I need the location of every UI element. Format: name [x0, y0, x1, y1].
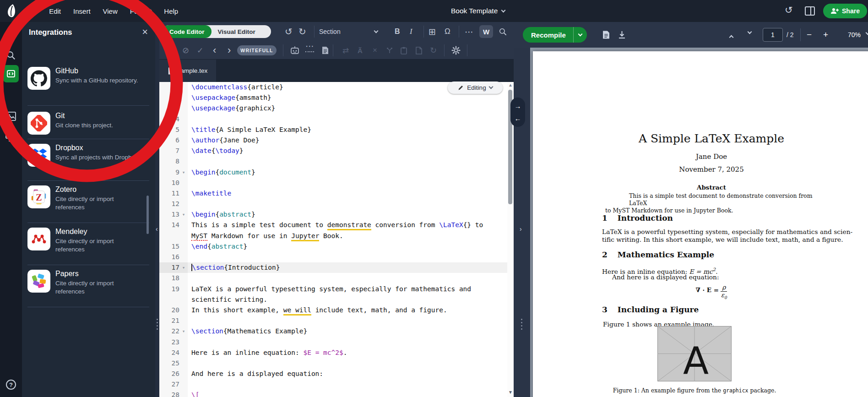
- pdf-toolbar: Recompile / 2 − + 70%: [514, 22, 868, 48]
- integration-item-papers[interactable]: Papers Cite directly or import reference…: [27, 270, 149, 307]
- menu-view[interactable]: View: [103, 7, 118, 15]
- fold-arrow-icon: [179, 199, 188, 209]
- insert-table-icon[interactable]: ⊞: [429, 22, 436, 41]
- code-line: 26And here is a displayed equation:: [159, 369, 507, 379]
- close-icon[interactable]: ×: [142, 27, 148, 37]
- insert-symbol-icon[interactable]: Ω: [445, 22, 450, 41]
- recompile-options-icon[interactable]: [573, 27, 587, 43]
- pdf-intro-paragraph: LaTeX is a powerful typesetting system, …: [602, 228, 852, 244]
- file-icon: [168, 67, 174, 75]
- project-title-dropdown[interactable]: Book Template: [451, 0, 505, 22]
- fold-arrow-icon[interactable]: ▾: [179, 326, 188, 337]
- chevron-down-icon: [374, 28, 379, 33]
- next-page-icon[interactable]: [748, 30, 752, 34]
- fold-arrow-icon: [179, 231, 188, 241]
- arrow-right-icon[interactable]: →: [515, 102, 521, 110]
- bold-button[interactable]: B: [395, 22, 400, 41]
- scroll-down-icon[interactable]: ▼: [508, 390, 513, 395]
- accept-suggestion-icon[interactable]: ✓: [197, 41, 203, 60]
- history-icon[interactable]: ↺: [785, 5, 793, 16]
- zoom-out-icon[interactable]: −: [807, 22, 812, 48]
- paraphrase-icon[interactable]: ⇄: [342, 41, 349, 60]
- previous-suggestion-icon[interactable]: ‹: [213, 41, 216, 60]
- pdf-section-2-heading: 2Mathematics Example: [602, 250, 714, 259]
- fold-arrow-icon: [179, 348, 188, 358]
- chevron-down-icon: [866, 31, 868, 35]
- fold-arrow-icon[interactable]: ▾: [179, 167, 188, 178]
- integration-item-mendeley[interactable]: Mendeley Cite directly or import referen…: [27, 228, 149, 265]
- recompile-button[interactable]: Recompile: [523, 27, 587, 43]
- file-tree-divider[interactable]: ‹: [155, 22, 159, 397]
- scroll-up-icon[interactable]: ▲: [508, 82, 513, 87]
- download-pdf-icon[interactable]: [618, 22, 626, 48]
- open-file-tab[interactable]: sample.tex: [159, 60, 216, 82]
- menu-edit[interactable]: Edit: [49, 7, 61, 15]
- search-icon[interactable]: [499, 22, 507, 41]
- share-button[interactable]: Share: [823, 4, 867, 18]
- fold-arrow-icon: [179, 284, 188, 294]
- integration-item-dropbox[interactable]: Dropbox Sync all projects with Dropbox.: [27, 144, 149, 181]
- menu-insert[interactable]: Insert: [73, 7, 91, 15]
- pdf-divider[interactable]: ›: [514, 22, 530, 397]
- redo-icon[interactable]: ↻: [298, 22, 306, 41]
- integrations-icon[interactable]: [3, 65, 19, 82]
- menu-file[interactable]: File: [26, 7, 37, 15]
- suggestions-icon[interactable]: ⋯: [305, 41, 314, 52]
- section-style-dropdown[interactable]: Section: [319, 22, 378, 41]
- edit-pencil-icon[interactable]: [168, 41, 175, 60]
- fold-arrow-icon: [179, 220, 188, 230]
- page-number-input[interactable]: [763, 28, 783, 42]
- italic-button[interactable]: I: [410, 22, 412, 41]
- fold-arrow-icon: [179, 273, 188, 283]
- editing-mode-dropdown[interactable]: Editing: [448, 82, 503, 94]
- zoom-in-icon[interactable]: +: [823, 22, 828, 48]
- divider-grip[interactable]: [157, 319, 158, 330]
- integration-item-zotero[interactable]: Z Zotero Cite directly or import referen…: [27, 185, 149, 223]
- clipboard-icon[interactable]: [401, 41, 407, 60]
- visual-editor-toggle[interactable]: Visual Editor: [212, 28, 262, 35]
- layout-icon[interactable]: [805, 6, 815, 16]
- translate-icon[interactable]: Ã: [358, 41, 363, 60]
- code-editor-area[interactable]: 1\documentclass{article}2\usepackage{ams…: [159, 82, 507, 397]
- menu-help[interactable]: Help: [164, 7, 178, 15]
- svg-text:?: ?: [9, 381, 13, 388]
- overleaf-logo-icon[interactable]: [5, 4, 19, 18]
- document-check-icon[interactable]: [322, 41, 329, 60]
- writefull-settings-gear-icon[interactable]: [451, 41, 461, 60]
- ai-assistant-icon[interactable]: [290, 41, 299, 60]
- search-icon[interactable]: [0, 50, 22, 60]
- code-editor-toggle[interactable]: Code Editor: [163, 25, 212, 38]
- code-line: 10: [159, 178, 507, 188]
- next-suggestion-icon[interactable]: ›: [228, 41, 231, 60]
- panel-scrollbar[interactable]: [146, 196, 149, 234]
- compile-log-icon[interactable]: [602, 22, 610, 48]
- editor-scrollbar[interactable]: ▲ ▼: [507, 82, 514, 397]
- code-line: 17▾\section{Introduction}: [159, 262, 507, 273]
- chat-icon[interactable]: [0, 133, 22, 143]
- menu-bar: FileEditInsertViewFormatHelp: [26, 0, 178, 22]
- split-sentence-icon[interactable]: ×: [373, 41, 377, 60]
- fold-arrow-icon[interactable]: ▾: [179, 209, 188, 220]
- collapse-right-icon[interactable]: ›: [520, 225, 522, 233]
- help-icon[interactable]: ?: [0, 379, 22, 390]
- writefull-icon[interactable]: W: [479, 25, 493, 38]
- sync-icon[interactable]: ↻: [430, 41, 437, 60]
- arrow-left-icon[interactable]: ←: [515, 114, 521, 122]
- integration-item-github[interactable]: GitHub Sync with a GitHub repository.: [27, 67, 149, 106]
- fold-arrow-icon: [179, 315, 188, 326]
- file-icon[interactable]: [416, 41, 422, 60]
- branch-icon[interactable]: [386, 41, 393, 60]
- collapse-left-icon[interactable]: ‹: [156, 225, 158, 233]
- fold-arrow-icon: [179, 358, 188, 369]
- divider-grip[interactable]: [521, 319, 522, 330]
- image-icon[interactable]: [0, 112, 22, 121]
- more-tools-icon[interactable]: ⋯: [465, 22, 473, 41]
- fold-arrow-icon[interactable]: ▾: [179, 262, 188, 273]
- previous-page-icon[interactable]: [729, 35, 734, 40]
- git-icon: [27, 112, 50, 135]
- reject-suggestion-icon[interactable]: ⊘: [182, 41, 189, 60]
- zoom-level-dropdown[interactable]: 70%: [848, 22, 861, 48]
- menu-format[interactable]: Format: [130, 7, 152, 15]
- undo-icon[interactable]: ↺: [285, 22, 293, 41]
- integration-item-git[interactable]: Git Git clone this project.: [27, 112, 149, 139]
